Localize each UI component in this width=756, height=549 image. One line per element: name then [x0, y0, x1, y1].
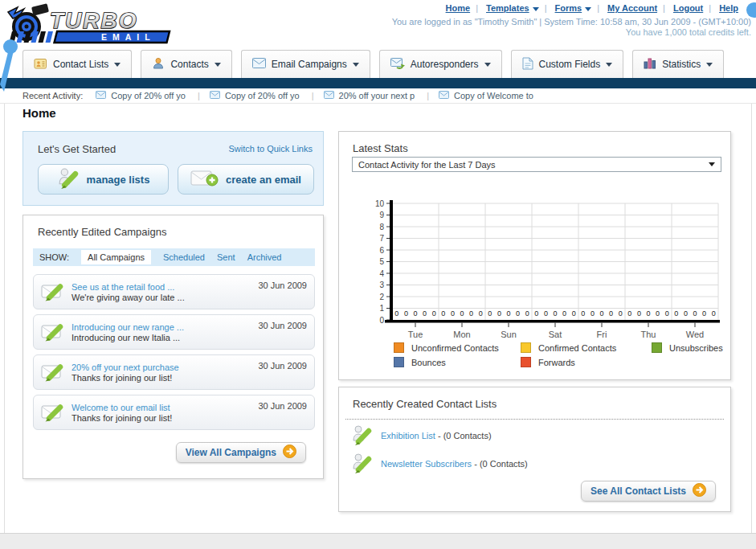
svg-text:0: 0: [460, 309, 464, 318]
see-all-contact-lists-button[interactable]: See All Contact Lists: [581, 481, 716, 502]
svg-text:Mon: Mon: [453, 330, 470, 339]
envelope-icon: [96, 91, 106, 100]
campaign-title-link[interactable]: See us at the retail food ...: [72, 282, 251, 292]
svg-text:0: 0: [581, 309, 585, 318]
legend-swatch: [394, 357, 404, 367]
recent-activity-link[interactable]: 20% off your next p: [324, 91, 436, 100]
campaign-row[interactable]: See us at the retail food ... We're givi…: [33, 274, 315, 309]
nav-tab[interactable]: Custom Fields: [511, 50, 624, 78]
top-nav-label: My Account: [607, 3, 657, 13]
contact-activity-chart: 01234567891000000Tue00000Mon00000Sun0000…: [339, 182, 732, 344]
chevron-down-icon: [353, 63, 359, 67]
campaign-subtitle: Thanks for joining our list!: [72, 373, 251, 383]
svg-text:0: 0: [572, 309, 576, 318]
content-right-border: [751, 104, 752, 533]
chart-legend: Unconfirmed Contacts Confirmed Contacts …: [394, 342, 723, 367]
content-left-border: [4, 104, 5, 533]
svg-text:Thu: Thu: [641, 330, 656, 339]
campaign-edit-icon: [41, 281, 65, 304]
nav-tab[interactable]: Statistics: [632, 50, 724, 78]
top-nav-item: My Account: [607, 3, 671, 13]
arrow-circle-icon: [283, 445, 296, 461]
svg-text:0: 0: [637, 309, 641, 318]
manage-lists-icon: [57, 167, 80, 192]
svg-text:8: 8: [379, 223, 384, 231]
legend-item: Forwards: [521, 357, 652, 367]
top-nav-label: Logout: [673, 3, 703, 13]
campaign-row[interactable]: Welcome to our email list Thanks for joi…: [33, 395, 315, 430]
svg-text:0: 0: [665, 309, 669, 318]
turbo-logo[interactable]: TURBO EMAIL: [5, 2, 198, 47]
contact-list-link[interactable]: Exhibition List: [381, 431, 435, 440]
manage-lists-button[interactable]: manage lists: [38, 164, 169, 195]
view-all-campaigns-button[interactable]: View All Campaigns: [176, 442, 306, 463]
svg-text:1: 1: [379, 304, 384, 313]
latest-stats-panel: Latest Stats Contact Activity for the La…: [338, 131, 731, 380]
campaign-title-link[interactable]: 20% off your next purchase: [72, 363, 251, 372]
campaign-date: 30 Jun 2009: [258, 281, 307, 290]
stats-range-select[interactable]: Contact Activity for the Last 7 Days: [352, 157, 721, 172]
recent-activity-text: 20% off your next p: [339, 91, 415, 100]
latest-stats-title: Latest Stats: [353, 142, 408, 154]
top-nav-label: Home: [446, 3, 471, 13]
top-nav-item: Home: [446, 3, 484, 13]
contact-list-link[interactable]: Newsletter Subscribers: [381, 459, 472, 469]
campaign-row[interactable]: 20% off your next purchase Thanks for jo…: [33, 354, 315, 390]
campaign-filter-tab[interactable]: Sent: [217, 252, 235, 262]
contact-list-count: - (0 Contacts): [438, 431, 492, 440]
list-edit-icon: [352, 453, 372, 476]
campaign-row[interactable]: Introducing our new range ... Introducin…: [33, 314, 315, 350]
recent-activity-text: Copy of 20% off yo: [225, 91, 300, 100]
contact-list-items: Exhibition List - (0 Contacts) Newslette…: [352, 424, 528, 475]
top-nav-link[interactable]: Logout: [673, 3, 703, 13]
top-nav-link[interactable]: Home: [446, 3, 471, 13]
top-nav: Home Templates Forms My Account Logout H…: [446, 3, 738, 13]
campaign-edit-icon: [41, 361, 65, 384]
svg-text:0: 0: [544, 309, 548, 318]
svg-text:0: 0: [609, 309, 613, 318]
see-all-contact-lists-label: See All Contact Lists: [590, 485, 686, 497]
chevron-down-icon: [484, 63, 491, 67]
create-email-button[interactable]: create an email: [178, 164, 314, 195]
campaign-filter-tab[interactable]: Scheduled: [163, 252, 205, 262]
svg-text:0: 0: [497, 309, 501, 318]
campaign-title-link[interactable]: Welcome to our email list: [72, 403, 251, 412]
contact-list-row[interactable]: Exhibition List - (0 Contacts): [352, 424, 528, 447]
campaign-text: See us at the retail food ... We're givi…: [72, 282, 251, 302]
svg-text:0: 0: [553, 309, 557, 318]
recent-activity-link[interactable]: Copy of Welcome to: [439, 91, 533, 100]
nav-tab[interactable]: Autoresponders: [379, 50, 502, 78]
top-nav-link[interactable]: My Account: [607, 3, 657, 13]
svg-text:0: 0: [516, 309, 520, 318]
svg-text:Tue: Tue: [408, 330, 423, 339]
switch-quick-links-link[interactable]: Switch to Quick Links: [228, 144, 313, 154]
svg-text:0: 0: [702, 309, 706, 318]
campaign-text: 20% off your next purchase Thanks for jo…: [72, 363, 251, 383]
contact-list-text: Exhibition List - (0 Contacts): [381, 431, 492, 440]
svg-text:6: 6: [379, 246, 384, 255]
svg-text:10: 10: [375, 199, 385, 208]
top-nav-link[interactable]: Help: [719, 3, 738, 13]
campaign-title-link[interactable]: Introducing our new range ...: [72, 322, 251, 332]
svg-text:0: 0: [423, 309, 427, 318]
recent-activity-link[interactable]: Copy of 20% off yo: [96, 91, 207, 100]
svg-text:0: 0: [525, 309, 529, 318]
top-nav-item: Forms: [555, 3, 605, 13]
top-nav-link[interactable]: Templates: [486, 3, 539, 13]
svg-text:0: 0: [488, 309, 492, 318]
campaign-filter-tab[interactable]: Archived: [247, 252, 282, 262]
campaign-filter-tab[interactable]: All Campaigns: [81, 250, 151, 264]
top-nav-link[interactable]: Forms: [555, 3, 592, 13]
chevron-down-icon: [114, 63, 121, 67]
svg-text:Fri: Fri: [597, 330, 607, 339]
create-email-icon: [190, 169, 219, 191]
nav-tab[interactable]: Contact Lists: [22, 50, 132, 78]
recent-activity-link[interactable]: Copy of 20% off yo: [210, 91, 321, 100]
nav-tab[interactable]: Contacts: [141, 50, 231, 78]
svg-text:0: 0: [599, 309, 603, 318]
svg-text:0: 0: [562, 309, 566, 318]
nav-tab-label: Statistics: [662, 59, 701, 70]
nav-tab[interactable]: Email Campaigns: [241, 50, 370, 78]
contact-list-row[interactable]: Newsletter Subscribers - (0 Contacts): [352, 453, 528, 475]
campaign-filter-bar: SHOW: All CampaignsScheduledSentArchived: [33, 248, 315, 266]
